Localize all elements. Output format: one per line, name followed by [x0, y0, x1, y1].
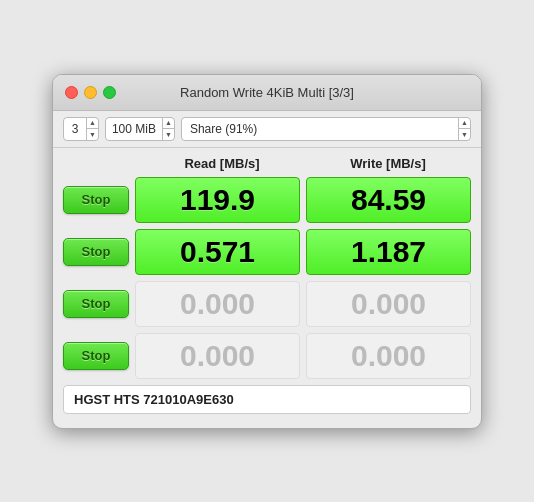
read-cell-1: 119.9	[135, 177, 300, 223]
write-column-header: Write [MB/s]	[305, 156, 471, 171]
content-area: Read [MB/s] Write [MB/s] Stop 119.9 84.5…	[53, 148, 481, 428]
read-column-header: Read [MB/s]	[139, 156, 305, 171]
stop-button-1[interactable]: Stop	[63, 186, 129, 214]
table-row: Stop 0.571 1.187	[63, 229, 471, 275]
queue-depth-arrows: ▲ ▼	[86, 118, 98, 140]
size-value: 100 MiB	[106, 122, 162, 136]
write-cell-1: 84.59	[306, 177, 471, 223]
share-value: Share (91%)	[182, 122, 458, 136]
table-row: Stop 119.9 84.59	[63, 177, 471, 223]
title-bar: Random Write 4KiB Multi [3/3]	[53, 75, 481, 111]
size-up[interactable]: ▲	[163, 118, 174, 130]
read-cell-4: 0.000	[135, 333, 300, 379]
queue-depth-stepper[interactable]: 3 ▲ ▼	[63, 117, 99, 141]
share-selector[interactable]: Share (91%) ▲ ▼	[181, 117, 471, 141]
queue-depth-value: 3	[64, 122, 86, 136]
stop-button-3[interactable]: Stop	[63, 290, 129, 318]
maximize-button[interactable]	[103, 86, 116, 99]
write-cell-4: 0.000	[306, 333, 471, 379]
size-down[interactable]: ▼	[163, 129, 174, 140]
column-headers: Read [MB/s] Write [MB/s]	[63, 156, 471, 171]
read-cell-2: 0.571	[135, 229, 300, 275]
table-row: Stop 0.000 0.000	[63, 281, 471, 327]
read-cell-3: 0.000	[135, 281, 300, 327]
size-stepper[interactable]: 100 MiB ▲ ▼	[105, 117, 175, 141]
app-window: Random Write 4KiB Multi [3/3] 3 ▲ ▼ 100 …	[52, 74, 482, 429]
traffic-lights	[65, 86, 116, 99]
queue-depth-up[interactable]: ▲	[87, 118, 98, 130]
window-title: Random Write 4KiB Multi [3/3]	[65, 85, 469, 100]
toolbar: 3 ▲ ▼ 100 MiB ▲ ▼ Share (91%) ▲ ▼	[53, 111, 481, 148]
size-arrows: ▲ ▼	[162, 118, 174, 140]
table-row: Stop 0.000 0.000	[63, 333, 471, 379]
write-cell-2: 1.187	[306, 229, 471, 275]
stop-button-2[interactable]: Stop	[63, 238, 129, 266]
queue-depth-down[interactable]: ▼	[87, 129, 98, 140]
minimize-button[interactable]	[84, 86, 97, 99]
stop-button-4[interactable]: Stop	[63, 342, 129, 370]
share-up[interactable]: ▲	[459, 118, 470, 130]
share-down[interactable]: ▼	[459, 129, 470, 140]
write-cell-3: 0.000	[306, 281, 471, 327]
device-name: HGST HTS 721010A9E630	[63, 385, 471, 414]
share-arrows: ▲ ▼	[458, 118, 470, 140]
close-button[interactable]	[65, 86, 78, 99]
